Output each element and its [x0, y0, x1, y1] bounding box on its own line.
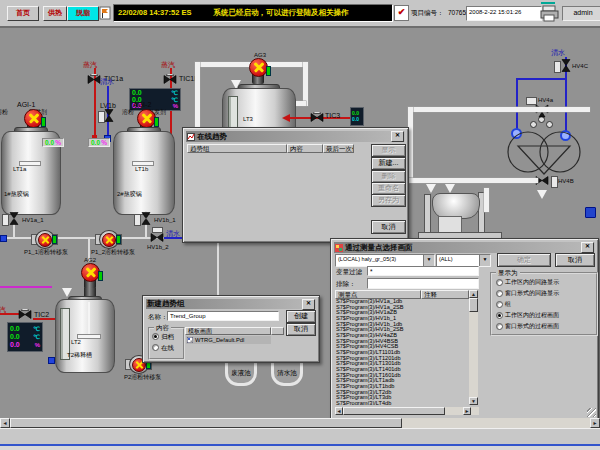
nav-degrease-button[interactable]: 脱脂: [67, 6, 99, 21]
lt1b-label: LT1b: [135, 166, 148, 173]
close-icon[interactable]: ✕: [391, 131, 404, 142]
name-label: 名称：: [148, 313, 168, 322]
exclude-input[interactable]: [367, 278, 479, 289]
radio-archive[interactable]: 归档: [152, 332, 174, 341]
scada-screen: 蒸汽 TIC1a 蒸汽 TIC1b 清水 LV1b 0.0℃ 0.0℃ 0.0%…: [0, 0, 600, 450]
feeder-arrow-1: [426, 184, 436, 193]
close-icon[interactable]: ✕: [302, 299, 315, 310]
tank2-name: 2#熬胶锅: [117, 191, 142, 198]
radio-loop-workspace[interactable]: 工作区内的回路显示: [496, 278, 559, 287]
col-point[interactable]: 测量点: [335, 290, 421, 299]
tic3-valve[interactable]: [310, 112, 324, 123]
tic1a-valve[interactable]: [87, 74, 101, 85]
nav-home-button[interactable]: 首页: [7, 6, 39, 21]
filter-input[interactable]: [367, 266, 479, 276]
hv4b-label: HV4B: [558, 178, 574, 185]
hv1a1-valve[interactable]: [9, 212, 20, 226]
pump2-label: P1_2溶粉转移泵: [91, 249, 135, 256]
col-trend-group[interactable]: 趋势组: [187, 144, 287, 153]
project-number: 70765: [448, 9, 466, 16]
tic1b-valve[interactable]: [163, 74, 177, 85]
scroll-right-icon[interactable]: ►: [590, 418, 600, 428]
pump2-stopped-indicator: [102, 233, 116, 247]
vscroll-thumb[interactable]: [469, 298, 478, 312]
transfer-pump-2[interactable]: [96, 229, 121, 248]
mixer-device[interactable]: [503, 126, 585, 180]
hv1b2-valve[interactable]: [150, 232, 164, 243]
feeder-side-pipe: [484, 188, 489, 212]
nav-heating-button[interactable]: 供热: [43, 6, 67, 21]
points-titlebar[interactable]: 通过测量点选择画面 ✕: [334, 242, 595, 253]
radio-group[interactable]: 组: [496, 300, 511, 309]
agitator-motor-t2[interactable]: [78, 263, 102, 290]
dialog-title: 新建趋势组: [147, 299, 185, 309]
t2-drain-node: [48, 357, 55, 364]
new-trend-cancel-button[interactable]: 取消: [286, 323, 316, 336]
transfer-pump-1[interactable]: [32, 229, 57, 248]
resize-grip[interactable]: [587, 408, 596, 417]
new-trend-dialog: 新建趋势组 ✕ 名称： 创建 取消 内容 归档 在线 模板画面 WTRG_Def…: [142, 295, 320, 363]
points-dialog-icon: [335, 244, 343, 252]
points-list[interactable]: 测量点 注释 S7$Program(3)/HV1a_1db S7$Program…: [335, 290, 479, 406]
online-trend-titlebar[interactable]: 在线趋势 ✕: [186, 131, 405, 142]
col-comment[interactable]: 注释: [421, 290, 469, 299]
water-label-2: 清水: [166, 230, 180, 237]
radio-process-workspace[interactable]: 工作区内的过程画面: [496, 311, 559, 320]
scroll-left-icon[interactable]: ◄: [335, 407, 343, 415]
scroll-up-icon[interactable]: ▲: [469, 290, 478, 298]
app-hscroll-thumb[interactable]: [10, 418, 402, 428]
pump1-label: P1_1溶粉转移泵: [24, 249, 68, 256]
col-last-modified[interactable]: 最后一次修改: [323, 144, 354, 153]
trend-group-list[interactable]: 趋势组 内容 最后一次修改: [187, 144, 354, 236]
lt3-label: LT3: [243, 116, 253, 123]
app-hscrollbar[interactable]: ◄ ►: [0, 418, 600, 428]
flag-icon[interactable]: [99, 5, 111, 20]
new-trend-titlebar[interactable]: 新建趋势组 ✕: [146, 299, 316, 309]
points-vscrollbar[interactable]: ▲ ▼: [469, 290, 478, 405]
agi1-label: AGI-1: [17, 101, 35, 108]
water-label-1: 清水: [100, 78, 114, 85]
template-col-spacer[interactable]: [271, 327, 284, 335]
scroll-left-icon[interactable]: ◄: [0, 418, 10, 428]
scroll-right-icon[interactable]: ►: [463, 407, 471, 415]
trend-name-input[interactable]: [167, 311, 279, 321]
pdl-file-icon: [187, 337, 193, 343]
lv1b-valve[interactable]: [104, 109, 115, 123]
tic2-valve[interactable]: [18, 309, 32, 320]
new-button[interactable]: 新建...: [371, 157, 406, 170]
trend-cancel-button[interactable]: 取消: [371, 220, 406, 234]
points-cancel-button[interactable]: 取消: [555, 253, 595, 267]
saveas-button[interactable]: 另存为: [371, 194, 406, 207]
points-list-body[interactable]: S7$Program(3)/HV1a_1db S7$Program(3)/HV1…: [336, 299, 468, 405]
template-item-row[interactable]: WTRG_Default.Pdl: [186, 336, 271, 344]
radio-process-window[interactable]: 窗口形式的过程画面: [496, 322, 559, 331]
show-button[interactable]: 显示: [371, 144, 406, 157]
ack-check-icon[interactable]: ✔: [394, 5, 409, 21]
blue-marker: [585, 207, 596, 218]
motor1-status-bar: [41, 117, 46, 127]
radio-loop-window[interactable]: 窗口形式的回路显示: [496, 289, 559, 298]
ok-button[interactable]: 确定: [497, 253, 551, 267]
chevron-down-icon: ▼: [479, 255, 490, 266]
point-item[interactable]: S7$Program(3)/LT4db: [336, 401, 468, 405]
printer-icon[interactable]: [539, 2, 560, 22]
hv4c-valve[interactable]: [561, 59, 572, 73]
project-time-field[interactable]: 2008-2-22 15:01:26: [466, 6, 542, 21]
steam-label-2: 蒸汽: [161, 61, 175, 68]
create-button[interactable]: 创建: [286, 310, 316, 323]
status-led-bar: 22/02/08 14:37:52 ES 系统已经启动，可以进行登陆及相关操作: [113, 4, 393, 22]
motor2-status-bar: [154, 117, 159, 127]
radio-online[interactable]: 在线: [152, 343, 174, 352]
water-label-3: 清水: [551, 49, 565, 56]
points-hscrollbar[interactable]: ◄ ►: [335, 407, 479, 415]
agitator-motor-3[interactable]: [246, 58, 270, 85]
chevron-down-icon: ▼: [423, 255, 434, 266]
col-content[interactable]: 内容: [287, 144, 323, 153]
close-icon[interactable]: ✕: [581, 242, 594, 253]
user-field[interactable]: admin: [562, 6, 600, 21]
hv1b1-valve[interactable]: [141, 212, 152, 226]
template-col-header[interactable]: 模板画面: [185, 327, 271, 335]
template-list[interactable]: 模板画面 WTRG_Default.Pdl: [185, 327, 285, 357]
scroll-down-icon[interactable]: ▼: [469, 397, 478, 405]
hscroll-thumb[interactable]: [343, 407, 445, 415]
